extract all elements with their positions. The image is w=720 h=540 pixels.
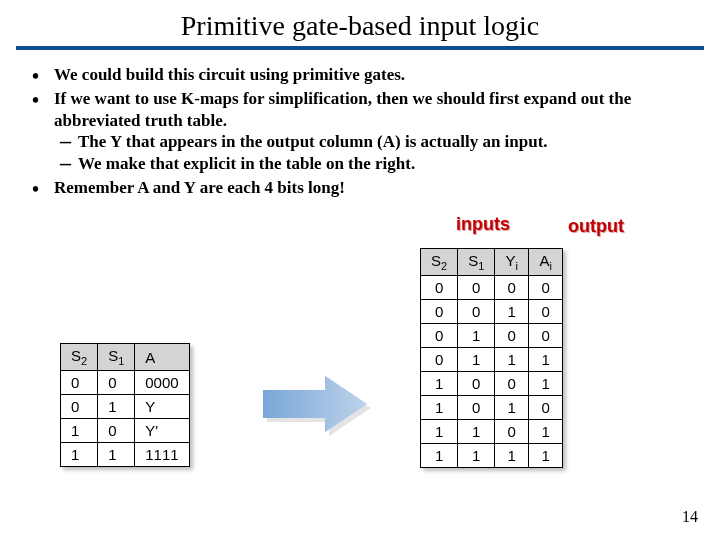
left-truth-table: S2 S1 A 000000 01Y 10Y' 111111 — [60, 343, 190, 467]
table-row: 10Y' — [61, 419, 190, 443]
sub-bullet-2: – We make that explicit in the table on … — [56, 153, 686, 175]
table-row: 01Y — [61, 395, 190, 419]
sub-bullet-1: – The Y that appears in the output colum… — [56, 131, 686, 153]
right-header-yi: Yi — [495, 249, 529, 276]
bullet-dot-icon: • — [32, 90, 39, 110]
page-number: 14 — [682, 508, 698, 526]
bullet-dot-icon: • — [32, 179, 39, 199]
sub-bullet-1-text: The Y that appears in the output column … — [78, 132, 548, 151]
table-row: 0010 — [421, 300, 563, 324]
bullet-1-text: We could build this circuit using primit… — [54, 65, 405, 84]
sub-bullet-2-text: We make that explicit in the table on th… — [78, 154, 415, 173]
table-row: 1111 — [421, 444, 563, 468]
table-row: 1101 — [421, 420, 563, 444]
left-header-s2: S2 — [61, 344, 98, 371]
table-row: 0100 — [421, 324, 563, 348]
right-truth-table: S2 S1 Yi Ai 0000 0010 0100 0111 1001 101… — [420, 248, 563, 468]
right-header-ai: Ai — [529, 249, 563, 276]
bullet-2-text: If we want to use K-maps for simplificat… — [54, 89, 631, 130]
dash-icon: – — [60, 131, 71, 151]
output-label: output — [568, 216, 624, 237]
inputs-label: inputs — [456, 214, 510, 235]
dash-icon: – — [60, 153, 71, 173]
svg-marker-2 — [263, 376, 367, 432]
left-header-a: A — [135, 344, 189, 371]
bullet-dot-icon: • — [32, 66, 39, 86]
slide-title: Primitive gate-based input logic — [0, 0, 720, 46]
left-header-s1: S1 — [98, 344, 135, 371]
table-row: 0111 — [421, 348, 563, 372]
right-header-s1: S1 — [458, 249, 495, 276]
bullet-3: • Remember A and Y are each 4 bits long! — [54, 177, 686, 199]
bullet-list: • We could build this circuit using prim… — [0, 50, 720, 199]
bullet-1: • We could build this circuit using prim… — [54, 64, 686, 86]
table-row: 1001 — [421, 372, 563, 396]
right-header-s2: S2 — [421, 249, 458, 276]
table-row: 1010 — [421, 396, 563, 420]
arrow-icon — [255, 368, 375, 440]
table-row: 111111 — [61, 443, 190, 467]
bullet-2: • If we want to use K-maps for simplific… — [54, 88, 686, 175]
table-row: 0000 — [421, 276, 563, 300]
table-row: 000000 — [61, 371, 190, 395]
bullet-3-text: Remember A and Y are each 4 bits long! — [54, 178, 345, 197]
